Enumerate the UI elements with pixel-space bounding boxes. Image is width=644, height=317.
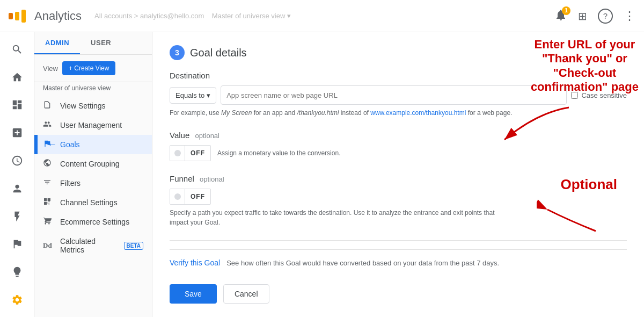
funnel-toggle-label: OFF	[185, 193, 210, 200]
value-section: Value optional OFF Assign a monetary val…	[170, 131, 627, 161]
sidebar-item-goals[interactable]: Goals ←	[34, 135, 152, 154]
help-icon[interactable]: ?	[598, 9, 613, 24]
filter-icon	[43, 178, 52, 189]
app-header: Analytics All accounts > analytics@hello…	[0, 0, 644, 32]
funnel-toggle-button[interactable]: OFF	[170, 189, 211, 205]
destination-row: Equals to ▾ Case sensitive	[170, 85, 627, 105]
step-badge: 3	[170, 45, 185, 60]
app-title: Analytics	[34, 9, 82, 23]
calc-metrics-icon: Dd	[43, 241, 52, 250]
value-label: Value optional	[170, 131, 627, 140]
sidebar-label-channel-settings: Channel Settings	[60, 198, 118, 207]
sidebar-item-ecommerce[interactable]: Ecommerce Settings	[34, 212, 152, 232]
search-icon-btn[interactable]	[4, 37, 30, 62]
sidebar-label-view-settings: View Settings	[60, 102, 106, 110]
tab-user[interactable]: USER	[80, 32, 122, 54]
case-sensitive-row: Case sensitive	[571, 91, 627, 99]
account-info: All accounts > analytics@hello.com Maste…	[94, 12, 546, 20]
beta-badge: BETA	[124, 242, 143, 250]
cancel-button[interactable]: Cancel	[223, 284, 269, 304]
logo-bar-left	[9, 13, 13, 19]
example-link[interactable]: www.example.com/thankyou.html	[370, 109, 466, 117]
users-icon	[43, 120, 52, 131]
verify-description: See how often this Goal would have conve…	[226, 259, 499, 267]
cart-icon	[43, 217, 52, 227]
verify-section: Verify this Goal See how often this Goal…	[170, 249, 627, 276]
dropdown-chevron: ▾	[207, 91, 210, 99]
sidebar-item-user-management[interactable]: User Management	[34, 116, 152, 135]
gear-icon-btn[interactable]	[4, 287, 30, 313]
toggle-switch-value	[170, 146, 185, 161]
equals-to-label: Equals to	[175, 91, 204, 99]
sidebar-label-ecommerce: Ecommerce Settings	[60, 218, 129, 226]
person-icon-btn[interactable]	[4, 176, 30, 201]
sidebar-item-filters[interactable]: Filters	[34, 174, 152, 193]
lightbulb-icon-btn[interactable]	[4, 259, 30, 285]
lightning-icon-btn[interactable]	[4, 204, 30, 229]
action-buttons: Save Cancel	[170, 284, 627, 304]
content-area: Enter URL of your"Thank you" or"Check-ou…	[152, 32, 644, 317]
view-section: View + Create View	[34, 55, 152, 82]
notification-badge: 1	[562, 6, 570, 15]
value-helper-text: Assign a monetary value to the conversio…	[217, 149, 340, 157]
funnel-label: Funnel optional	[170, 174, 627, 183]
funnel-section: Funnel optional OFF Specify a path you e…	[170, 174, 627, 227]
content-grouping-icon	[43, 158, 52, 169]
dashboard-icon-btn[interactable]	[4, 92, 30, 118]
destination-label: Destination	[170, 71, 627, 80]
app-logo	[9, 10, 26, 23]
channel-icon	[43, 197, 52, 208]
grid-icon[interactable]: ⊞	[578, 11, 587, 21]
document-icon	[43, 100, 52, 111]
logo-bar-right	[21, 10, 26, 23]
section-title: Goal details	[190, 47, 247, 59]
sidebar-item-calculated-metrics[interactable]: Dd Calculated Metrics BETA	[34, 232, 152, 260]
verify-goal-link[interactable]: Verify this Goal	[170, 258, 220, 267]
flag-icon-btn[interactable]	[4, 232, 30, 257]
sidebar-item-view-settings[interactable]: View Settings	[34, 96, 152, 116]
clock-icon-btn[interactable]	[4, 148, 30, 174]
funnel-hint: Specify a path you expect traffic to tak…	[170, 208, 513, 227]
view-label: View	[43, 64, 58, 73]
nav-tabs: ADMIN USER	[34, 32, 152, 55]
sidebar-item-content-grouping[interactable]: Content Grouping	[34, 154, 152, 174]
divider	[170, 240, 627, 241]
value-toggle-row: OFF Assign a monetary value to the conve…	[170, 145, 627, 161]
sidebar-item-channel-settings[interactable]: Channel Settings	[34, 193, 152, 212]
icon-sidebar	[0, 32, 34, 317]
case-sensitive-label: Case sensitive	[581, 91, 627, 99]
more-vert-icon[interactable]: ⋮	[624, 10, 635, 22]
funnel-toggle-row: OFF	[170, 189, 627, 205]
create-view-button[interactable]: + Create View	[62, 61, 116, 75]
tab-admin[interactable]: ADMIN	[34, 32, 80, 54]
equals-to-button[interactable]: Equals to ▾	[170, 87, 216, 104]
logo-bar-mid	[15, 12, 19, 20]
current-view-name: Master of universe view	[34, 82, 152, 96]
add-icon-btn[interactable]	[4, 120, 30, 146]
value-toggle-label: OFF	[185, 149, 210, 157]
home-icon-btn[interactable]	[4, 64, 30, 90]
value-toggle-button[interactable]: OFF	[170, 145, 211, 161]
toggle-switch-funnel	[170, 189, 185, 204]
destination-section: Destination Equals to ▾ Case sensitive F…	[170, 71, 627, 118]
sidebar-label-calculated-metrics: Calculated Metrics	[60, 237, 115, 254]
destination-hint: For example, use My Screen for an app an…	[170, 108, 627, 118]
sidebar-label-filters: Filters	[60, 179, 80, 188]
case-sensitive-checkbox[interactable]	[571, 92, 578, 99]
sidebar-label-content-grouping: Content Grouping	[60, 160, 120, 168]
sidebar-label-goals: Goals	[60, 140, 80, 149]
notification-bell[interactable]: 1	[554, 9, 567, 24]
sidebar-label-user-management: User Management	[60, 121, 122, 129]
nav-sidebar: ADMIN USER View + Create View Master of …	[34, 32, 152, 317]
section-header: 3 Goal details	[170, 45, 627, 60]
main-layout: ADMIN USER View + Create View Master of …	[0, 32, 644, 317]
url-input[interactable]	[221, 85, 567, 105]
header-icons: 1 ⊞ ? ⋮	[554, 9, 635, 24]
save-button[interactable]: Save	[170, 284, 217, 304]
